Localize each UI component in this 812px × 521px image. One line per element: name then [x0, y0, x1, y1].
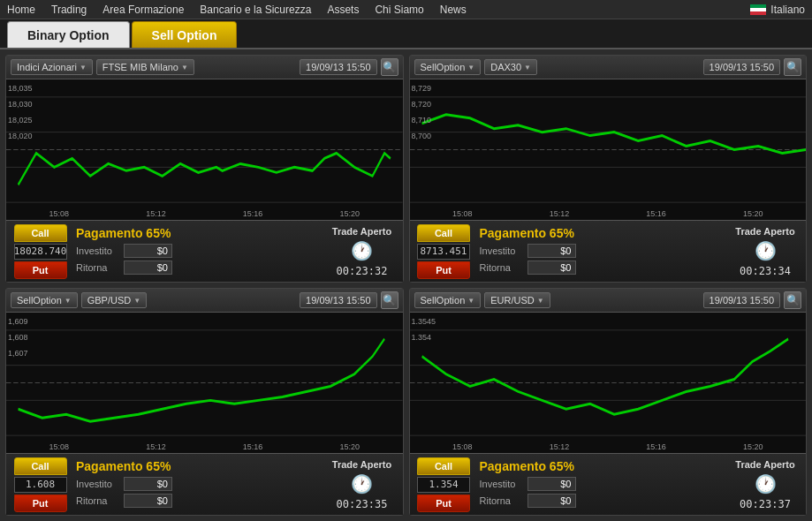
timer-display-4: 00:23:37 — [740, 498, 791, 510]
payment-section-3: Pagamento 65% Investito Ritorna — [76, 459, 320, 510]
dropdown-type-4[interactable]: SellOption ▼ — [414, 292, 482, 308]
payment-label-1: Pagamento 65% — [76, 226, 320, 240]
panel-1: Indici Azionari ▼ FTSE MIB Milano ▼ 19/0… — [5, 55, 404, 283]
dropdown-type-2[interactable]: SellOption ▼ — [414, 59, 482, 75]
panel-3: SellOption ▼ GBP/USD ▼ 19/09/13 15:50 🔍 … — [5, 288, 404, 516]
y-axis-label: 8,720 — [412, 100, 432, 109]
ritorna-input-1[interactable] — [124, 260, 172, 275]
timer-display-1: 00:23:32 — [337, 265, 388, 277]
panel-bottom-4: Call 1.354 Put Pagamento 65% Investito R… — [410, 453, 807, 515]
trade-section-3: Trade Aperto 🕐 00:23:35 — [327, 459, 398, 510]
put-button-1[interactable]: Put — [14, 261, 67, 279]
timer-display-3: 00:23:35 — [337, 498, 388, 510]
x-axis-label: 15:12 — [146, 209, 166, 218]
payment-section-4: Pagamento 65% Investito Ritorna — [480, 459, 724, 510]
panel-4: SellOption ▼ EUR/USD ▼ 19/09/13 15:50 🔍 … — [409, 288, 808, 516]
ritorna-label-2: Ritorna — [480, 262, 522, 273]
nav-trading[interactable]: Trading — [51, 4, 87, 16]
tab-sell-option[interactable]: Sell Option — [132, 21, 238, 48]
ritorna-row-2: Ritorna — [480, 260, 724, 275]
zoom-button-2[interactable]: 🔍 — [784, 58, 801, 76]
datetime-badge-4: 19/09/13 15:50 — [703, 292, 780, 308]
price-display-1: 18028.740 — [14, 244, 67, 260]
ritorna-label-3: Ritorna — [76, 495, 118, 506]
ritorna-input-4[interactable] — [527, 494, 576, 508]
panel-header-3: SellOption ▼ GBP/USD ▼ 19/09/13 15:50 🔍 — [6, 289, 403, 313]
ritorna-input-2[interactable] — [527, 260, 576, 275]
nav-bancario[interactable]: Bancario e la Sicurezza — [200, 4, 311, 16]
y-axis-label: 1,609 — [8, 317, 28, 326]
investito-input-4[interactable] — [527, 477, 576, 491]
investito-input-2[interactable] — [527, 244, 576, 258]
panel-header-4: SellOption ▼ EUR/USD ▼ 19/09/13 15:50 🔍 — [410, 289, 807, 313]
call-put-group-3: Call 1.608 Put — [11, 457, 69, 512]
call-button-1[interactable]: Call — [14, 224, 67, 242]
payment-section-2: Pagamento 65% Investito Ritorna — [480, 226, 724, 277]
x-axis-label: 15:12 — [550, 442, 570, 451]
tab-binary-option[interactable]: Binary Option — [7, 21, 130, 48]
dropdown-asset-3[interactable]: GBP/USD ▼ — [81, 292, 147, 308]
y-axis-label: 1,607 — [8, 349, 28, 358]
trade-section-1: Trade Aperto 🕐 00:23:32 — [327, 226, 398, 277]
dropdown-asset-2[interactable]: DAX30 ▼ — [484, 59, 537, 75]
nav-assets[interactable]: Assets — [327, 4, 359, 16]
nav-home[interactable]: Home — [7, 4, 35, 16]
trade-label-4: Trade Aperto — [735, 459, 794, 470]
investito-input-1[interactable] — [124, 244, 172, 258]
panel-bottom-1: Call 18028.740 Put Pagamento 65% Investi… — [6, 220, 403, 282]
language-selector[interactable]: Italiano — [750, 4, 805, 16]
put-button-4[interactable]: Put — [417, 495, 470, 512]
put-button-2[interactable]: Put — [417, 261, 470, 279]
dropdown-type-3[interactable]: SellOption ▼ — [11, 292, 78, 308]
nav-news[interactable]: News — [440, 4, 467, 16]
ritorna-input-3[interactable] — [124, 494, 172, 508]
x-axis-label: 15:20 — [339, 442, 360, 451]
y-axis-label: 8,710 — [412, 116, 432, 125]
language-label: Italiano — [770, 4, 805, 16]
nav-chi-siamo[interactable]: Chi Siamo — [375, 4, 423, 16]
price-display-2: 8713.451 — [417, 244, 470, 260]
call-put-group-1: Call 18028.740 Put — [11, 224, 69, 279]
x-axis-label: 15:16 — [646, 209, 666, 218]
investito-row-2: Investito — [480, 244, 724, 258]
ritorna-row-1: Ritorna — [76, 260, 320, 275]
zoom-button-4[interactable]: 🔍 — [784, 291, 801, 309]
panel-header-1: Indici Azionari ▼ FTSE MIB Milano ▼ 19/0… — [6, 56, 403, 79]
clock-icon-1: 🕐 — [351, 240, 373, 261]
clock-icon-4: 🕐 — [755, 473, 777, 495]
y-axis-label: 1.354 — [412, 333, 432, 342]
x-axis-label: 15:08 — [49, 209, 70, 218]
x-axis-label: 15:20 — [743, 442, 763, 451]
chart-area-4: 1.35451.35415:0815:1215:1615:20 — [410, 313, 807, 453]
investito-input-3[interactable] — [124, 477, 172, 491]
y-axis-label: 1.3545 — [412, 317, 436, 326]
x-axis-label: 15:20 — [339, 209, 360, 218]
timer-display-2: 00:23:34 — [740, 265, 791, 277]
main-content: Indici Azionari ▼ FTSE MIB Milano ▼ 19/0… — [0, 49, 812, 521]
x-axis-label: 15:16 — [243, 209, 263, 218]
dropdown-asset-1[interactable]: FTSE MIB Milano ▼ — [96, 59, 194, 75]
call-button-3[interactable]: Call — [14, 457, 67, 475]
ritorna-label-4: Ritorna — [480, 495, 522, 506]
put-button-3[interactable]: Put — [14, 495, 67, 512]
trade-label-2: Trade Aperto — [735, 226, 794, 237]
chevron-down-icon: ▼ — [133, 297, 140, 305]
chevron-down-icon: ▼ — [467, 297, 474, 305]
ritorna-row-4: Ritorna — [480, 494, 724, 508]
panel-2: SellOption ▼ DAX30 ▼ 19/09/13 15:50 🔍 8,… — [409, 55, 808, 283]
investito-label-3: Investito — [76, 479, 118, 489]
x-axis-label: 15:12 — [550, 209, 570, 218]
investito-label-1: Investito — [76, 245, 118, 256]
zoom-button-3[interactable]: 🔍 — [381, 291, 398, 309]
dropdown-asset-4[interactable]: EUR/USD ▼ — [484, 292, 550, 308]
italian-flag — [750, 4, 766, 15]
zoom-button-1[interactable]: 🔍 — [381, 58, 398, 76]
ritorna-label-1: Ritorna — [76, 262, 118, 273]
nav-area-formazione[interactable]: Area Formazione — [102, 4, 184, 16]
payment-label-3: Pagamento 65% — [76, 459, 320, 473]
call-button-2[interactable]: Call — [417, 224, 470, 242]
chevron-down-icon: ▼ — [181, 64, 188, 72]
panel-bottom-2: Call 8713.451 Put Pagamento 65% Investit… — [410, 220, 807, 282]
dropdown-type-1[interactable]: Indici Azionari ▼ — [11, 59, 93, 75]
call-button-4[interactable]: Call — [417, 457, 470, 475]
